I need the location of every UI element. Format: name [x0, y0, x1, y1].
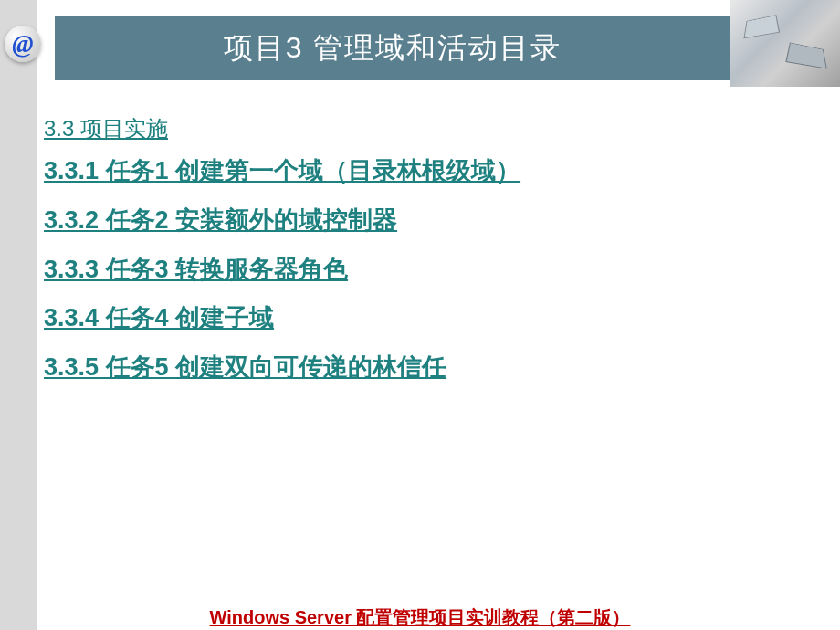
subsection-heading[interactable]: 3.3 项目实施 [44, 114, 793, 143]
task-link-5[interactable]: 3.3.5 任务5 创建双向可传递的林信任 [44, 351, 793, 385]
task-link-1[interactable]: 3.3.1 任务1 创建第一个域（目录林根级域） [44, 154, 793, 189]
decorative-tech-image [730, 0, 840, 87]
left-sidebar [0, 0, 37, 630]
task-link-3[interactable]: 3.3.3 任务3 转换服务器角色 [44, 253, 793, 288]
task-link-4[interactable]: 3.3.4 任务4 创建子域 [44, 301, 793, 336]
at-icon: @ [12, 29, 33, 58]
title-bar: 项目3 管理域和活动目录 [55, 16, 730, 80]
content-area: 3.3 项目实施 3.3.1 任务1 创建第一个域（目录林根级域） 3.3.2 … [44, 114, 793, 400]
footer-text: Windows Server 配置管理项目实训教程（第二版） [210, 605, 631, 630]
slide-title: 项目3 管理域和活动目录 [224, 28, 562, 68]
at-icon-badge: @ [5, 26, 41, 62]
at-icon-circle: @ [5, 26, 41, 62]
task-link-2[interactable]: 3.3.2 任务2 安装额外的域控制器 [44, 204, 793, 238]
